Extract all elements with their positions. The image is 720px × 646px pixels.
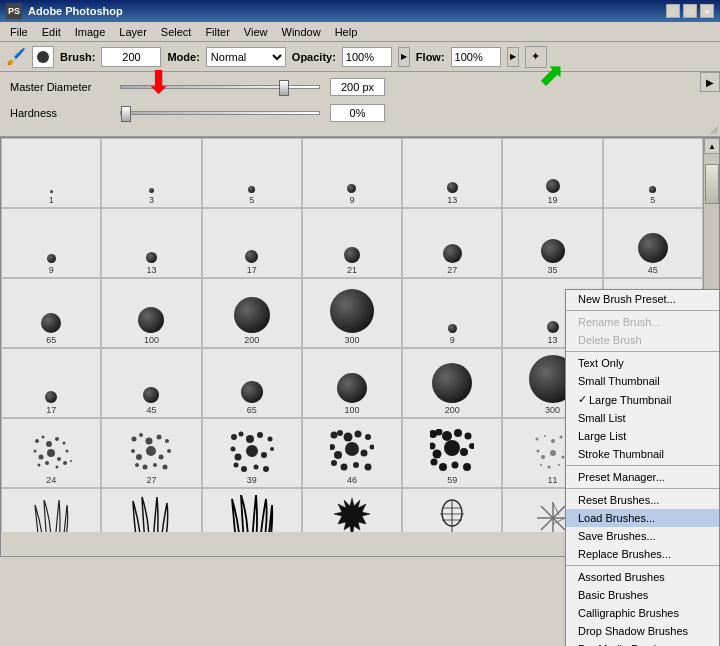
brush-cell[interactable]: 17 xyxy=(202,208,302,278)
panel-resize-handle[interactable] xyxy=(708,124,720,136)
svg-point-48 xyxy=(354,431,361,438)
brush-cell[interactable]: 17 xyxy=(1,348,101,418)
menu-layer[interactable]: Layer xyxy=(113,24,153,40)
close-button[interactable]: × xyxy=(700,4,714,18)
brush-cell[interactable]: 14 xyxy=(402,488,502,532)
brush-cell[interactable]: 46 xyxy=(302,418,402,488)
master-diameter-slider-thumb[interactable] xyxy=(279,80,289,96)
ctx-stroke-thumbnail[interactable]: Stroke Thumbnail xyxy=(566,445,719,463)
ctx-replace-brushes[interactable]: Replace Brushes... xyxy=(566,545,719,563)
brush-cell[interactable]: 45 xyxy=(101,348,201,418)
brush-cell[interactable]: 13 xyxy=(101,208,201,278)
ctx-large-list[interactable]: Large List xyxy=(566,427,719,445)
ctx-small-thumbnail[interactable]: Small Thumbnail xyxy=(566,372,719,390)
brush-cell[interactable]: 35 xyxy=(502,208,602,278)
menu-image[interactable]: Image xyxy=(69,24,112,40)
maximize-button[interactable]: □ xyxy=(683,4,697,18)
ctx-large-thumbnail[interactable]: ✓Large Thumbnail xyxy=(566,390,719,409)
svg-point-20 xyxy=(157,435,162,440)
brush-cell[interactable]: 23 xyxy=(1,488,101,532)
menu-help[interactable]: Help xyxy=(329,24,364,40)
svg-point-23 xyxy=(136,454,142,460)
svg-point-74 xyxy=(544,435,546,437)
svg-line-111 xyxy=(553,503,559,515)
brush-cell[interactable]: 300 xyxy=(302,278,402,348)
brush-cell[interactable]: 27 xyxy=(402,208,502,278)
brush-tool-icon[interactable]: 🖌️ xyxy=(6,47,26,66)
brush-cell[interactable]: 21 xyxy=(302,208,402,278)
ctx-small-list[interactable]: Small List xyxy=(566,409,719,427)
brush-cell[interactable]: 19 xyxy=(502,138,602,208)
ctx-text-only[interactable]: Text Only xyxy=(566,354,719,372)
svg-point-9 xyxy=(47,449,55,457)
svg-point-30 xyxy=(163,465,168,470)
brush-cell[interactable]: 200 xyxy=(202,278,302,348)
ctx-assorted-brushes[interactable]: Assorted Brushes xyxy=(566,568,719,586)
brush-cell[interactable]: 13 xyxy=(402,138,502,208)
ctx-load-brushes[interactable]: Load Brushes... xyxy=(566,509,719,527)
ctx-preset-manager[interactable]: Preset Manager... xyxy=(566,468,719,486)
menu-window[interactable]: Window xyxy=(276,24,327,40)
brush-cell[interactable]: 100 xyxy=(101,278,201,348)
ctx-calligraphic-brushes[interactable]: Calligraphic Brushes xyxy=(566,604,719,622)
hardness-slider-thumb[interactable] xyxy=(121,106,131,122)
brush-cell[interactable]: 60 xyxy=(302,488,402,532)
svg-point-3 xyxy=(42,436,45,439)
brush-cell[interactable]: 65 xyxy=(1,278,101,348)
brush-cell[interactable]: 5 xyxy=(202,138,302,208)
svg-point-78 xyxy=(536,450,539,453)
hardness-value[interactable]: 0% xyxy=(330,104,385,122)
brush-cell[interactable]: 9 xyxy=(1,208,101,278)
brush-cell[interactable]: 9 xyxy=(402,278,502,348)
brush-settings-panel: Master Diameter 200 px Hardness 0% ⬆ ⬆ ▶ xyxy=(0,72,720,137)
menu-select[interactable]: Select xyxy=(155,24,198,40)
scroll-thumb[interactable] xyxy=(705,164,719,204)
brush-cell[interactable]: 3 xyxy=(101,138,201,208)
brush-size-control[interactable]: 200 xyxy=(101,47,161,67)
brush-cell[interactable]: 36 xyxy=(101,488,201,532)
menu-file[interactable]: File xyxy=(4,24,34,40)
ctx-rename-brush: Rename Brush... xyxy=(566,313,719,331)
master-diameter-value[interactable]: 200 px xyxy=(330,78,385,96)
brush-panel-menu-button[interactable]: ▶ xyxy=(700,72,720,92)
hardness-slider-track[interactable] xyxy=(120,111,320,115)
brush-cell[interactable]: 44 xyxy=(202,488,302,532)
brush-cell[interactable]: 65 xyxy=(202,348,302,418)
brush-cell[interactable]: 9 xyxy=(302,138,402,208)
svg-point-61 xyxy=(442,431,452,441)
master-diameter-slider-track[interactable] xyxy=(120,85,320,89)
ctx-reset-brushes[interactable]: Reset Brushes... xyxy=(566,491,719,509)
ctx-drop-shadow-brushes[interactable]: Drop Shadow Brushes xyxy=(566,622,719,640)
menu-edit[interactable]: Edit xyxy=(36,24,67,40)
ctx-separator xyxy=(566,465,719,466)
svg-point-65 xyxy=(433,450,442,459)
ctx-basic-brushes[interactable]: Basic Brushes xyxy=(566,586,719,604)
brush-cell[interactable]: 27 xyxy=(101,418,201,488)
brush-cell[interactable]: 45 xyxy=(603,208,703,278)
ctx-save-brushes[interactable]: Save Brushes... xyxy=(566,527,719,545)
app-title: Adobe Photoshop xyxy=(28,5,123,17)
svg-point-16 xyxy=(70,460,72,462)
mode-dropdown[interactable]: Normal xyxy=(206,47,286,67)
menu-filter[interactable]: Filter xyxy=(199,24,235,40)
brush-cell[interactable]: 24 xyxy=(1,418,101,488)
airbrush-toggle[interactable]: ✦ xyxy=(525,46,547,68)
master-diameter-label: Master Diameter xyxy=(10,81,110,93)
ctx-new-brush-preset[interactable]: New Brush Preset... xyxy=(566,290,719,308)
brush-cell[interactable]: 100 xyxy=(302,348,402,418)
brush-cell[interactable]: 200 xyxy=(402,348,502,418)
menu-view[interactable]: View xyxy=(238,24,274,40)
brush-cell[interactable]: 5 xyxy=(603,138,703,208)
scroll-up-button[interactable]: ▲ xyxy=(704,138,720,154)
brush-preview[interactable] xyxy=(32,46,54,68)
opacity-arrow[interactable]: ▶ xyxy=(398,47,410,67)
brush-cell[interactable]: 59 xyxy=(402,418,502,488)
minimize-button[interactable]: _ xyxy=(666,4,680,18)
ctx-dry-media-brushes[interactable]: Dry Media Brushes xyxy=(566,640,719,646)
svg-point-53 xyxy=(360,450,367,457)
brush-cell[interactable]: 39 xyxy=(202,418,302,488)
svg-point-68 xyxy=(469,443,474,449)
brush-cell[interactable]: 1 xyxy=(1,138,101,208)
flow-arrow[interactable]: ▶ xyxy=(507,47,519,67)
svg-point-51 xyxy=(334,451,342,459)
